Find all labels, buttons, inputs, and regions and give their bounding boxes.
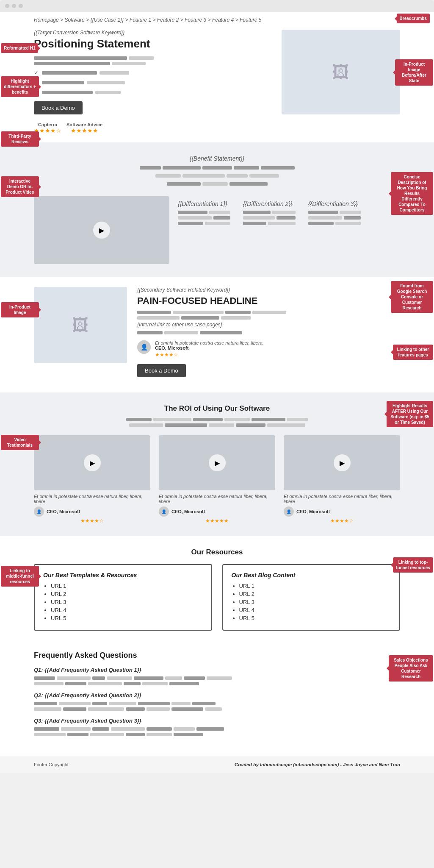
blog-item-4[interactable]: URL 4 — [239, 607, 391, 613]
template-item-1[interactable]: URL 1 — [51, 583, 203, 589]
browser-dot-2 — [12, 4, 16, 8]
blog-box-title: Our Best Blog Content — [232, 572, 391, 579]
test-quote-3: Et omnia in potestate nostra esse natura… — [284, 494, 400, 504]
video-container: ▶ — [34, 196, 169, 264]
positioning-statement: Positioning Statement — [34, 37, 269, 50]
differentiators-row: {{Differentiation 1}} — [178, 200, 361, 264]
diff-col-3: {{Differentiation 3}} — [308, 200, 361, 264]
diff-title-2: {{Differentiation 2}} — [243, 200, 296, 207]
hero-cta-button[interactable]: Book a Demo — [34, 101, 83, 114]
image-placeholder-icon: 🖼 — [332, 63, 349, 82]
diff1-row2 — [178, 216, 230, 220]
video-placeholder[interactable]: ▶ — [34, 196, 169, 264]
video-test-box-3[interactable]: ▶ — [284, 435, 400, 490]
video-testimonial-1: ▶ Et omnia in potestate nostra esse natu… — [34, 435, 150, 524]
video-testimonial-2: ▶ Et omnia in potestate nostra esse natu… — [159, 435, 275, 524]
play-button-3[interactable]: ▶ — [334, 454, 351, 471]
check-text-3 — [42, 91, 269, 94]
roi-text-1 — [34, 418, 400, 421]
resources-title: Our Resources — [34, 548, 400, 556]
roi-text-2 — [34, 423, 400, 427]
pain-text-1 — [137, 311, 400, 314]
concise-desc-annotation: Concise Description of How You Bring Res… — [391, 172, 433, 215]
diff-title-1: {{Differentiation 1}} — [178, 200, 230, 207]
sales-objections-annotation: Sales Objections People Also Ask Custome… — [389, 655, 433, 682]
check-icon-1: ✓ — [34, 70, 39, 76]
benefit-statement: {{Benefit Statement}} — [34, 155, 400, 162]
test-stars-1: ★★★★☆ — [80, 518, 104, 524]
template-item-5[interactable]: URL 5 — [51, 615, 203, 621]
test-stars-3: ★★★★☆ — [330, 518, 354, 524]
footer-credit: Created by Inboundscope (inboundscope.co… — [235, 762, 400, 767]
benefit-block-row-2 — [155, 174, 279, 178]
play-button[interactable]: ▶ — [93, 222, 110, 239]
test-quote-1: Et omnia in potestate nostra esse natura… — [34, 494, 150, 504]
diff2-row3 — [243, 222, 296, 225]
test-avatar-2: 👤 — [159, 506, 169, 517]
test-avatar-1: 👤 — [34, 506, 44, 517]
diff2-row1 — [243, 211, 296, 214]
test-author-2: CEO, Microsoft — [171, 509, 205, 514]
linking-features-annotation: Linking to other features pages — [393, 345, 433, 360]
pain-testimonial-content: Et omnia in potestate nostra esse natura… — [155, 340, 264, 358]
benefit-block-row-3 — [167, 182, 268, 186]
diff1-row3 — [178, 222, 230, 225]
reformatted-h1-annotation: Reformatted H1 — [1, 43, 38, 53]
pain-product-image: 🖼 — [34, 287, 127, 363]
template-item-3[interactable]: URL 3 — [51, 599, 203, 605]
video-test-box-2[interactable]: ▶ — [159, 435, 275, 490]
play-button-1[interactable]: ▶ — [84, 454, 101, 471]
pain-section: 🖼 {{Secondary Software-Related Keyword}}… — [0, 277, 434, 392]
browser-dot-3 — [19, 4, 23, 8]
checklist-item-2: ✓ — [34, 79, 269, 86]
faq1-row1 — [34, 676, 400, 680]
template-item-2[interactable]: URL 2 — [51, 591, 203, 597]
test-author-3: CEO, Microsoft — [296, 509, 330, 514]
blog-item-2[interactable]: URL 2 — [239, 591, 391, 597]
pain-text-2 — [137, 316, 400, 320]
video-test-box-1[interactable]: ▶ — [34, 435, 150, 490]
faq-item-2: Q2: {{Add Frequently Asked Question 2}} — [34, 692, 400, 711]
benefit-title-blocks — [34, 166, 400, 188]
pain-cta-button[interactable]: Book a Demo — [137, 364, 186, 377]
in-product-image-annotation: In-Product Image Before/After State — [395, 59, 433, 86]
video-testimonials-annotation: Video Testimonials — [1, 435, 39, 450]
test-author-row-3: 👤 CEO, Microsoft — [284, 506, 400, 517]
pain-image-container: 🖼 — [34, 287, 127, 382]
play-button-2[interactable]: ▶ — [209, 454, 226, 471]
test-avatar-3: 👤 — [284, 506, 294, 517]
templates-box: Our Best Templates & Resources URL 1 URL… — [34, 564, 212, 631]
blog-item-5[interactable]: URL 5 — [239, 615, 391, 621]
pain-image-icon: 🖼 — [72, 316, 89, 335]
benefit-block-row-1 — [140, 166, 295, 170]
template-item-4[interactable]: URL 4 — [51, 607, 203, 613]
diff2-row2 — [243, 216, 296, 220]
blog-item-3[interactable]: URL 3 — [239, 599, 391, 605]
software-advice-stars: ★★★★★ — [71, 127, 98, 134]
benefit-section: {{Benefit Statement}} — [0, 142, 434, 277]
diff-title-3: {{Differentiation 3}} — [308, 200, 361, 207]
footer-copyright: Footer Copyright — [34, 762, 69, 767]
software-advice-badge: Software Advice ★★★★★ — [66, 122, 102, 134]
diff-text-row-1 — [34, 56, 269, 60]
software-advice-label: Software Advice — [66, 122, 102, 127]
internal-link-text[interactable]: {Internal link to other use case pages} — [137, 322, 400, 328]
resources-section: Our Resources Our Best Templates & Resou… — [0, 536, 434, 643]
pain-headline: PAIN-FOCUSED HEADLINE — [137, 295, 400, 306]
faq2-row2 — [34, 707, 400, 711]
checklist-item-3: ✓ — [34, 89, 269, 95]
footer: Footer Copyright Created by Inboundscope… — [0, 756, 434, 773]
faq3-row2 — [34, 733, 400, 736]
diff-col-2: {{Differentiation 2}} — [243, 200, 296, 264]
breadcrumb: Homepage > Software > {{Use Case 1}} > F… — [0, 12, 434, 25]
templates-box-title: Our Best Templates & Resources — [43, 572, 203, 579]
roi-section: The ROI of Using Our Software — [0, 392, 434, 536]
interactive-demo-annotation: Interactive Demo OR In-Product Video — [1, 176, 39, 197]
blog-list: URL 1 URL 2 URL 3 URL 4 URL 5 — [232, 583, 391, 621]
video-testimonials-row: ▶ Et omnia in potestate nostra esse natu… — [34, 435, 400, 524]
breadcrumbs-annotation: Breadcrumbs — [397, 14, 430, 23]
pain-testimonial-author: CEO, Microsoft — [155, 345, 264, 351]
pain-testimonial: 👤 Et omnia in potestate nostra esse natu… — [137, 340, 400, 358]
reviews-row: Capterra ★★★★☆ Software Advice ★★★★★ — [34, 122, 269, 134]
blog-item-1[interactable]: URL 1 — [239, 583, 391, 589]
